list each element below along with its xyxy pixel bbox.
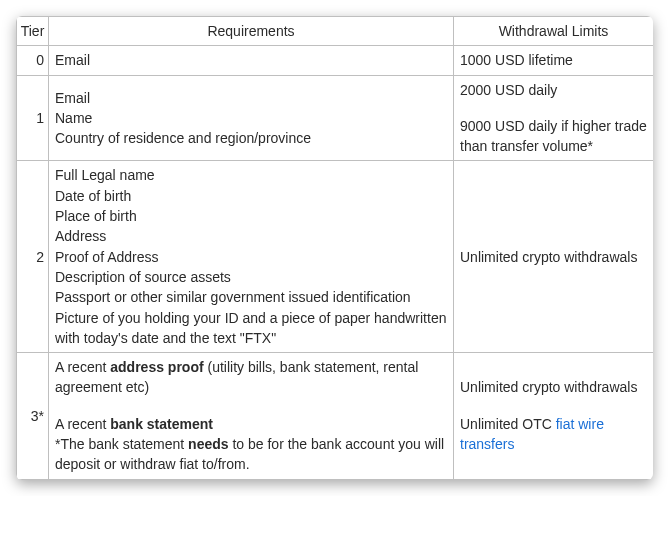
- limits-cell: Unlimited crypto withdrawals: [454, 161, 654, 353]
- tier-cell: 0: [17, 46, 49, 75]
- tier-cell: 2: [17, 161, 49, 353]
- tier-cell: 1: [17, 75, 49, 161]
- requirements-cell: A recent address proof (utility bills, b…: [49, 353, 454, 479]
- header-limits: Withdrawal Limits: [454, 17, 654, 46]
- req-line: Description of source assets: [55, 267, 447, 287]
- req-line: A recent bank statement: [55, 414, 447, 434]
- table-row: 3* A recent address proof (utility bills…: [17, 353, 654, 479]
- limits-cell: 2000 USD daily 9000 USD daily if higher …: [454, 75, 654, 161]
- limit-line: Unlimited crypto withdrawals: [460, 377, 647, 397]
- requirements-cell: Email: [49, 46, 454, 75]
- req-line: Country of residence and region/province: [55, 128, 447, 148]
- table-row: 1 Email Name Country of residence and re…: [17, 75, 654, 161]
- req-line: Picture of you holding your ID and a pie…: [55, 308, 447, 349]
- tiers-table: Tier Requirements Withdrawal Limits 0 Em…: [16, 16, 653, 480]
- table-row: 0 Email 1000 USD lifetime: [17, 46, 654, 75]
- req-line: Email: [55, 88, 447, 108]
- limit-line: 9000 USD daily if higher trade than tran…: [460, 116, 647, 157]
- req-line: *The bank statement needs to be for the …: [55, 434, 447, 475]
- tiers-table-card: Tier Requirements Withdrawal Limits 0 Em…: [16, 16, 653, 480]
- header-requirements: Requirements: [49, 17, 454, 46]
- table-header-row: Tier Requirements Withdrawal Limits: [17, 17, 654, 46]
- req-line: Address: [55, 226, 447, 246]
- limit-line: Unlimited OTC fiat wire transfers: [460, 414, 647, 455]
- req-line: Place of birth: [55, 206, 447, 226]
- req-line: Name: [55, 108, 447, 128]
- tier-cell: 3*: [17, 353, 49, 479]
- table-row: 2 Full Legal name Date of birth Place of…: [17, 161, 654, 353]
- req-line: Full Legal name: [55, 165, 447, 185]
- req-line: Passport or other similar government iss…: [55, 287, 447, 307]
- header-tier: Tier: [17, 17, 49, 46]
- limit-line: 2000 USD daily: [460, 80, 647, 100]
- requirements-cell: Full Legal name Date of birth Place of b…: [49, 161, 454, 353]
- req-line: Date of birth: [55, 186, 447, 206]
- limits-cell: Unlimited crypto withdrawals Unlimited O…: [454, 353, 654, 479]
- requirements-cell: Email Name Country of residence and regi…: [49, 75, 454, 161]
- req-line: A recent address proof (utility bills, b…: [55, 357, 447, 398]
- limits-cell: 1000 USD lifetime: [454, 46, 654, 75]
- req-line: Proof of Address: [55, 247, 447, 267]
